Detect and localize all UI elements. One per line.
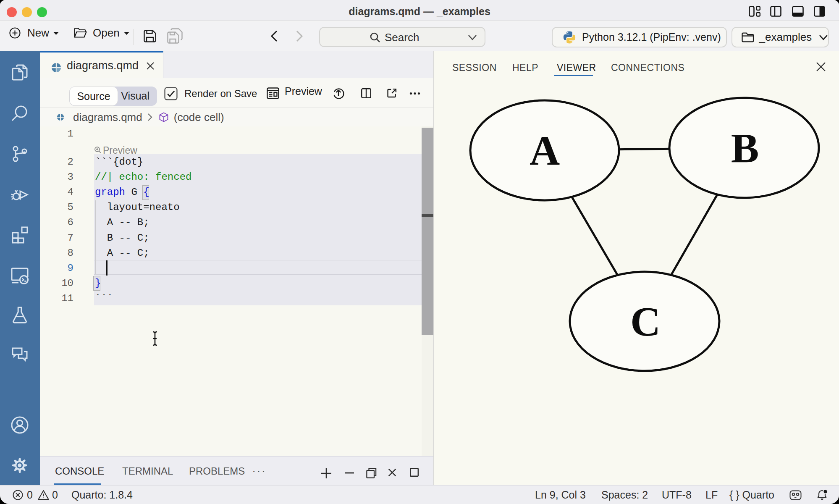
svg-text:B: B	[731, 125, 759, 171]
svg-text:C: C	[630, 298, 661, 345]
svg-text:A: A	[530, 127, 560, 174]
